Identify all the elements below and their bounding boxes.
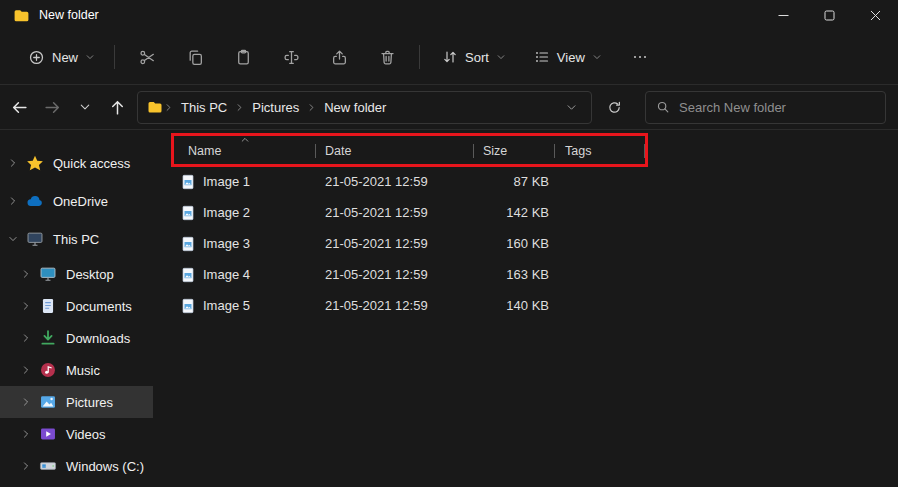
chevron-down-icon xyxy=(496,52,506,62)
copy-icon xyxy=(187,49,204,66)
new-button-label: New xyxy=(52,50,78,65)
chevron-right-icon[interactable] xyxy=(21,461,36,471)
sidebar-item-onedrive[interactable]: OneDrive xyxy=(0,182,153,220)
nav-buttons xyxy=(0,94,137,120)
file-row[interactable]: Image 1 21-05-2021 12:59 87 KB xyxy=(174,166,898,197)
column-header-date[interactable]: Date xyxy=(316,136,474,166)
sidebar-item-label: Quick access xyxy=(53,156,130,171)
address-dropdown-button[interactable] xyxy=(557,94,585,120)
file-size: 142 KB xyxy=(474,205,555,220)
star-icon xyxy=(26,154,44,172)
chevron-right-icon[interactable] xyxy=(21,429,36,439)
chevron-right-icon[interactable] xyxy=(21,365,36,375)
back-button[interactable] xyxy=(7,94,33,120)
file-row[interactable]: Image 3 21-05-2021 12:59 160 KB xyxy=(174,228,898,259)
up-button[interactable] xyxy=(104,94,130,120)
column-header-tags[interactable]: Tags xyxy=(555,136,645,166)
image-file-icon xyxy=(180,174,196,190)
image-file-icon xyxy=(180,267,196,283)
view-button[interactable]: View xyxy=(524,41,612,73)
sidebar-item-music[interactable]: Music xyxy=(0,354,153,386)
sidebar-item-label: Documents xyxy=(66,299,132,314)
recent-locations-button[interactable] xyxy=(72,94,98,120)
file-date: 21-05-2021 12:59 xyxy=(316,174,474,189)
view-button-label: View xyxy=(557,50,585,65)
breadcrumb-pictures[interactable]: Pictures xyxy=(245,96,306,119)
maximize-button[interactable] xyxy=(806,0,852,30)
sidebar-item-windows-c[interactable]: Windows (C:) xyxy=(0,450,153,482)
minimize-button[interactable] xyxy=(760,0,806,30)
file-name: Image 1 xyxy=(203,174,250,189)
column-headers: Name Date Size Tags xyxy=(174,136,898,166)
see-more-button[interactable] xyxy=(620,39,660,75)
folder-icon xyxy=(13,7,30,24)
sidebar-item-this-pc[interactable]: This PC xyxy=(0,220,153,258)
search-input[interactable] xyxy=(679,100,875,115)
file-size: 87 KB xyxy=(474,174,555,189)
column-header-label: Name xyxy=(188,144,221,158)
file-row[interactable]: Image 2 21-05-2021 12:59 142 KB xyxy=(174,197,898,228)
sidebar-item-label: Videos xyxy=(66,427,106,442)
chevron-right-icon xyxy=(235,103,244,112)
toolbar-divider xyxy=(114,45,115,69)
chevron-right-icon[interactable] xyxy=(8,196,23,206)
chevron-down-icon xyxy=(592,52,602,62)
scissors-icon xyxy=(139,49,156,66)
column-header-label: Date xyxy=(325,144,351,158)
close-button[interactable] xyxy=(852,0,898,30)
chevron-right-icon xyxy=(164,103,173,112)
new-button[interactable]: New xyxy=(17,41,106,74)
main-area: Quick access OneDrive This PC Desktop xyxy=(0,130,898,487)
file-row[interactable]: Image 5 21-05-2021 12:59 140 KB xyxy=(174,290,898,321)
sidebar-item-label: OneDrive xyxy=(53,194,108,209)
sidebar-item-quick-access[interactable]: Quick access xyxy=(0,144,153,182)
column-header-name[interactable]: Name xyxy=(174,136,316,166)
file-row[interactable]: Image 4 21-05-2021 12:59 163 KB xyxy=(174,259,898,290)
sidebar-item-label: Music xyxy=(66,363,100,378)
chevron-right-icon[interactable] xyxy=(21,269,36,279)
breadcrumb-this-pc[interactable]: This PC xyxy=(174,96,234,119)
sidebar-item-pictures[interactable]: Pictures xyxy=(0,386,153,418)
column-header-size[interactable]: Size xyxy=(474,136,555,166)
file-explorer-window: New folder New Sort View xyxy=(0,0,898,487)
image-file-icon xyxy=(180,205,196,221)
image-file-icon xyxy=(180,298,196,314)
forward-button[interactable] xyxy=(39,94,65,120)
file-name: Image 2 xyxy=(203,205,250,220)
column-header-label: Size xyxy=(483,144,507,158)
videos-icon xyxy=(39,425,57,443)
cloud-icon xyxy=(26,192,44,210)
file-size: 163 KB xyxy=(474,267,555,282)
paste-button[interactable] xyxy=(223,39,263,75)
chevron-right-icon xyxy=(307,103,316,112)
chevron-right-icon[interactable] xyxy=(21,333,36,343)
chevron-down-icon xyxy=(85,52,95,62)
chevron-right-icon[interactable] xyxy=(21,397,36,407)
chevron-right-icon[interactable] xyxy=(21,301,36,311)
navigation-bar: This PC Pictures New folder xyxy=(0,85,898,130)
trash-icon xyxy=(379,49,396,66)
refresh-button[interactable] xyxy=(598,92,630,122)
address-bar[interactable]: This PC Pictures New folder xyxy=(137,91,592,124)
sidebar-item-desktop[interactable]: Desktop xyxy=(0,258,153,290)
rename-button[interactable] xyxy=(271,39,311,75)
delete-button[interactable] xyxy=(367,39,407,75)
sidebar-item-label: Downloads xyxy=(66,331,130,346)
sidebar-item-label: Desktop xyxy=(66,267,114,282)
pictures-icon xyxy=(39,393,57,411)
cut-button[interactable] xyxy=(127,39,167,75)
sidebar-item-downloads[interactable]: Downloads xyxy=(0,322,153,354)
file-size: 140 KB xyxy=(474,298,555,313)
sidebar-item-videos[interactable]: Videos xyxy=(0,418,153,450)
sort-arrows-icon xyxy=(442,49,458,65)
share-button[interactable] xyxy=(319,39,359,75)
sidebar-item-documents[interactable]: Documents xyxy=(0,290,153,322)
window-title: New folder xyxy=(39,8,760,22)
copy-button[interactable] xyxy=(175,39,215,75)
chevron-down-icon[interactable] xyxy=(8,234,23,244)
sort-button[interactable]: Sort xyxy=(432,41,516,73)
breadcrumb-new-folder[interactable]: New folder xyxy=(317,96,393,119)
search-box xyxy=(645,91,886,124)
chevron-right-icon[interactable] xyxy=(8,158,23,168)
file-size: 160 KB xyxy=(474,236,555,251)
